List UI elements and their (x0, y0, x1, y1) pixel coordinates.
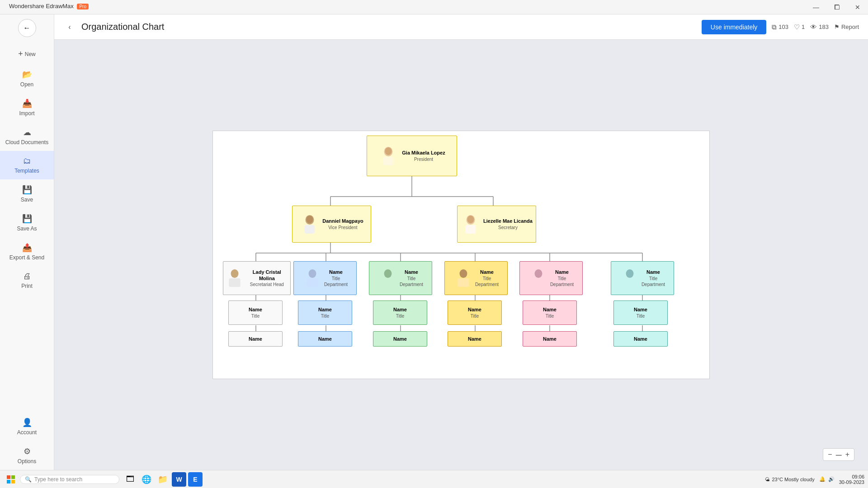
dept-title-6: Title (642, 276, 665, 282)
account-icon: 👤 (22, 418, 32, 427)
dept-avatar-4 (453, 266, 473, 291)
dept-box-6: Name Title Department (611, 261, 674, 295)
name-title-box-5: Name Title (523, 300, 577, 325)
sidebar-item-account[interactable]: 👤 Account (0, 412, 54, 441)
search-placeholder: Type here to search (34, 476, 82, 483)
start-button[interactable] (4, 472, 18, 487)
system-tray: 🔔 🔊 (819, 476, 835, 482)
president-name: Gia Mikaela Lopez (402, 150, 445, 156)
dept-name-3: Name (400, 269, 423, 275)
secretary-avatar (461, 212, 481, 236)
canvas: Gia Mikaela Lopez President Danniel Magp… (212, 131, 710, 379)
dept-dept-6: Department (642, 282, 665, 287)
new-icon: + (18, 49, 23, 59)
header-back-icon: ‹ (68, 23, 71, 31)
sidebar: ← + New 📂 Open 📥 Import ☁ Cloud Document… (0, 14, 54, 470)
sidebar-item-label: Options (18, 458, 36, 465)
templates-icon: 🗂 (23, 156, 31, 166)
word-button[interactable]: W (172, 472, 186, 487)
report-button[interactable]: ⚑ Report (834, 23, 859, 30)
back-button[interactable]: ← (18, 19, 36, 37)
zoom-out-button[interactable]: − (828, 450, 832, 459)
view-count: 👁 183 (810, 23, 829, 31)
svg-point-34 (231, 269, 239, 277)
restore-button[interactable]: ⧠ (826, 0, 847, 14)
dept-box-5: Name Title Department (519, 261, 583, 295)
zoom-bar: − — + (823, 448, 854, 461)
svg-rect-37 (307, 278, 318, 287)
sidebar-item-label: Templates (14, 168, 39, 174)
zoom-in-button[interactable]: + (845, 450, 849, 459)
sidebar-item-label: Account (17, 429, 37, 436)
pro-badge: Pro (77, 4, 89, 9)
print-icon: 🖨 (23, 272, 31, 281)
name-box-1: Name (228, 331, 283, 347)
view-icon: 👁 (810, 23, 817, 31)
name-box-6: Name (613, 331, 668, 347)
svg-point-33 (467, 216, 474, 223)
dept-title-5: Title (550, 276, 574, 282)
sidebar-item-export[interactable]: 📤 Export & Send (0, 237, 54, 266)
report-label: Report (841, 23, 859, 30)
explorer-button[interactable]: 📁 (156, 472, 170, 487)
sidebar-item-label: Import (19, 110, 34, 117)
clock: 09:06 30-09-2023 (839, 474, 864, 485)
titlebar: Wondershare EdrawMax Pro — ⧠ ✕ (0, 0, 868, 14)
use-immediately-button[interactable]: Use immediately (702, 20, 766, 34)
close-button[interactable]: ✕ (847, 0, 868, 14)
sidebar-item-import[interactable]: 📥 Import (0, 93, 54, 122)
like-icon: ♡ (794, 23, 800, 31)
taskbar-right: 🌤 23°C Mostly cloudy 🔔 🔊 09:06 30-09-202… (765, 474, 864, 485)
sidebar-item-cloud[interactable]: ☁ Cloud Documents (0, 122, 54, 151)
dept-avatar-5 (528, 266, 548, 291)
taskview-button[interactable]: 🗔 (123, 472, 137, 487)
svg-rect-49 (11, 480, 15, 483)
name-title-box-4: Name Title (448, 300, 502, 325)
sidebar-item-new[interactable]: + New (0, 44, 54, 64)
svg-point-36 (308, 269, 316, 277)
secretary-title: Secretary (483, 225, 533, 230)
secretary-name: Liezelle Mae Licanda (483, 218, 533, 224)
sidebar-item-templates[interactable]: 🗂 Templates (0, 151, 54, 179)
taskbar-search[interactable]: 🔍 Type here to search (20, 475, 119, 484)
window-controls: — ⧠ ✕ (806, 0, 868, 14)
name-title-box-2: Name Title (298, 300, 352, 325)
svg-point-38 (384, 269, 392, 277)
header-actions: Use immediately ⧉ 103 ♡ 1 👁 183 ⚑ Report (702, 20, 859, 34)
dept-avatar-1 (226, 266, 244, 291)
sidebar-item-saveas[interactable]: 💾 Save As (0, 208, 54, 237)
options-icon: ⚙ (24, 446, 31, 456)
name-box-4: Name (448, 331, 502, 347)
minimize-button[interactable]: — (806, 0, 826, 14)
canvas-area: Gia Mikaela Lopez President Danniel Magp… (54, 40, 868, 470)
vp-avatar (300, 212, 320, 236)
svg-rect-29 (305, 225, 315, 234)
edraw-button[interactable]: E (188, 472, 203, 487)
app-logo: Wondershare EdrawMax Pro (9, 2, 89, 10)
sidebar-item-options[interactable]: ⚙ Options (0, 441, 54, 470)
svg-rect-46 (7, 475, 10, 479)
svg-rect-26 (383, 157, 394, 165)
sidebar-item-save[interactable]: 💾 Save (0, 179, 54, 208)
app-title: Wondershare EdrawMax Pro (9, 3, 89, 9)
save-icon: 💾 (22, 185, 32, 195)
sidebar-item-label: Export & Send (9, 254, 44, 261)
weather-info: 🌤 23°C Mostly cloudy (765, 477, 814, 482)
sidebar-item-label: Open (20, 81, 33, 88)
dept-title-1: Secretariat Head (246, 282, 288, 287)
svg-rect-39 (382, 278, 393, 287)
name-title-box-3: Name Title (373, 300, 427, 325)
header-back-button[interactable]: ‹ (63, 21, 76, 33)
dept-avatar-6 (620, 266, 640, 291)
dept-name-4: Name (475, 269, 499, 275)
vp-box: Danniel Magpayo Vice President (292, 206, 371, 243)
name-box-3: Name (373, 331, 427, 347)
sidebar-item-print[interactable]: 🖨 Print (0, 266, 54, 295)
name-title-box-1: Name Title (228, 300, 283, 325)
edge-button[interactable]: 🌐 (139, 472, 154, 487)
svg-point-27 (385, 147, 392, 155)
like-count-value: 1 (802, 23, 805, 30)
sidebar-item-open[interactable]: 📂 Open (0, 64, 54, 93)
vp-name: Danniel Magpayo (322, 218, 363, 224)
sidebar-item-label: Save As (17, 225, 37, 232)
